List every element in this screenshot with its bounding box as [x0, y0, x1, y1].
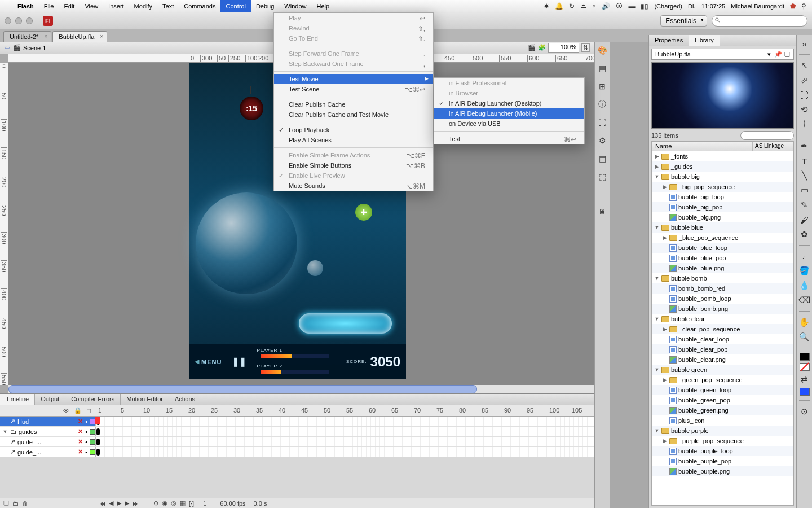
bone-tool-icon[interactable]: ⟋ [798, 250, 811, 262]
timeline-tab-timeline[interactable]: Timeline [0, 394, 35, 405]
document-tab[interactable]: BubbleUp.fla× [52, 31, 107, 42]
edit-symbol-icon[interactable]: 🧩 [538, 44, 546, 51]
library-item[interactable]: bubble_big.png [652, 212, 793, 222]
playhead[interactable] [98, 417, 98, 457]
menu-item-mute-sounds[interactable]: Mute Sounds⌥⌘M [274, 181, 433, 191]
code-snippets-icon[interactable]: ⚙ [596, 134, 608, 147]
menu-item-test-movie[interactable]: Test Movie [274, 74, 433, 84]
timeline-layer-row[interactable]: ↗ guide_...✕• [0, 437, 594, 447]
timeline-tab-actions[interactable]: Actions [169, 394, 201, 405]
step-back-icon[interactable]: ◀ [109, 500, 113, 507]
menu-app[interactable]: Flash [12, 0, 39, 12]
info-panel-icon[interactable]: ⓘ [596, 98, 608, 111]
library-item[interactable]: bubble_purple_loop [652, 446, 793, 456]
library-item[interactable]: bubble_purple.png [652, 466, 793, 476]
zoom-stepper[interactable]: ⇅ [581, 43, 590, 52]
status-notify-icon[interactable]: 🔔 [555, 2, 563, 10]
menu-edit[interactable]: Edit [59, 0, 80, 12]
status-battery-icon[interactable]: ▮▯ [641, 2, 648, 10]
library-item[interactable]: ▼bubble green [652, 365, 793, 375]
library-item[interactable]: ▼bubble blue [652, 222, 793, 233]
library-item[interactable]: ▶_purple_pop_sequence [652, 436, 793, 446]
edit-multiple-icon[interactable]: ▦ [180, 500, 186, 507]
align-panel-icon[interactable]: ⊞ [596, 80, 608, 93]
back-icon[interactable]: ⇦ [5, 44, 10, 51]
library-item[interactable]: ▶_guides [652, 161, 793, 172]
panel-tab-library[interactable]: Library [689, 35, 720, 46]
center-frame-icon[interactable]: ⊕ [153, 500, 158, 507]
status-flag-icon[interactable]: ▬ [628, 2, 635, 10]
workspace-switcher[interactable]: Essentials [660, 15, 707, 27]
panel-tab-properties[interactable]: Properties [649, 35, 689, 46]
scene-name[interactable]: Scene 1 [23, 45, 46, 51]
status-eject-icon[interactable]: ⏏ [580, 2, 586, 10]
onion-outline-icon[interactable]: ◎ [171, 500, 176, 507]
document-tab[interactable]: Untitled-2*× [3, 31, 51, 42]
library-item[interactable]: bubble_bomb_loop [652, 294, 793, 304]
snap-to-objects-icon[interactable]: ⊙ [798, 405, 811, 418]
new-library-icon[interactable]: ❏ [784, 51, 790, 58]
menu-item-clear-publish-cache-and-test-movie[interactable]: Clear Publish Cache and Test Movie [274, 110, 433, 120]
delete-layer-icon[interactable]: 🗑 [22, 500, 28, 507]
status-volume-icon[interactable]: 🔊 [602, 2, 610, 10]
library-item[interactable]: ▶_blue_pop_sequence [652, 233, 793, 243]
timeline-layer-row[interactable]: ▼🗀 guides✕• [0, 427, 594, 437]
library-document-select[interactable]: BubbleUp.fla ▾ 📌 ❏ [651, 49, 794, 60]
tools-panel-icon[interactable]: 🎨 [596, 44, 608, 56]
paint-bucket-tool-icon[interactable]: 🪣 [798, 265, 811, 277]
frame-ruler[interactable]: 1510152025303540455055606570758085909510… [96, 405, 594, 416]
menu-item-loop-playback[interactable]: Loop Playback [274, 125, 433, 135]
library-tree[interactable]: ▶_fonts▶_guides▼bubble big▶_big_pop_sequ… [651, 151, 794, 506]
edit-scene-icon[interactable]: 🎬 [528, 44, 536, 51]
pencil-tool-icon[interactable]: ✎ [798, 199, 811, 211]
library-item[interactable]: bubble_purple_pop [652, 456, 793, 466]
goto-first-icon[interactable]: ⏮ [99, 500, 105, 507]
motion-presets-icon[interactable]: ⬚ [596, 170, 608, 183]
onion-skin-icon[interactable]: ◉ [162, 500, 167, 507]
deco-tool-icon[interactable]: ✿ [798, 228, 811, 240]
library-item[interactable]: ▼bubble clear [652, 314, 793, 324]
menu-window[interactable]: Window [279, 0, 311, 12]
library-item[interactable]: bubble_clear_loop [652, 334, 793, 344]
menu-help[interactable]: Help [311, 0, 334, 12]
lasso-tool-icon[interactable]: ⌇ [798, 118, 811, 130]
stage-scrollbar-h[interactable] [8, 385, 594, 393]
subselection-tool-icon[interactable]: ⬀ [798, 74, 811, 86]
timeline-tab-compiler-errors[interactable]: Compiler Errors [65, 394, 121, 405]
library-item[interactable]: ▼bubble big [652, 172, 793, 182]
menu-item-play-all-scenes[interactable]: Play All Scenes [274, 135, 433, 145]
visibility-icon[interactable]: 👁 [63, 408, 69, 414]
brush-tool-icon[interactable]: 🖌 [798, 213, 811, 226]
collapse-panels-icon[interactable]: » [798, 37, 811, 50]
menu-debug[interactable]: Debug [251, 0, 279, 12]
library-columns-header[interactable]: Name AS Linkage [651, 141, 794, 151]
lock-icon[interactable]: 🔒 [74, 407, 82, 414]
library-item[interactable]: ▶_fonts [652, 151, 793, 161]
new-layer-icon[interactable]: ❏ [3, 500, 9, 507]
zoom-tool-icon[interactable]: 🔍 [798, 331, 811, 343]
components-panel-icon[interactable]: ▤ [596, 152, 608, 165]
timeline-layer-row[interactable]: ↗ guide_...✕• [0, 447, 594, 457]
menu-item-test[interactable]: Test⌘↩ [434, 134, 584, 144]
library-search-input[interactable] [740, 131, 794, 140]
timeline-tab-motion-editor[interactable]: Motion Editor [121, 394, 169, 405]
library-item[interactable]: bomb_bomb_red [652, 283, 793, 294]
library-item[interactable]: bubble_clear_pop [652, 344, 793, 354]
help-search-input[interactable] [712, 15, 807, 27]
library-item[interactable]: bubble_blue_loop [652, 243, 793, 253]
library-item[interactable]: bubble_bomb.png [652, 304, 793, 314]
library-item[interactable]: ▼bubble bomb [652, 273, 793, 283]
play-icon[interactable]: ▶ [117, 500, 121, 507]
library-item[interactable]: ▶_clear_pop_sequence [652, 324, 793, 334]
library-item[interactable]: ▶_green_pop_sequence [652, 375, 793, 385]
step-fwd-icon[interactable]: ▶ [125, 500, 129, 507]
zoom-input[interactable]: 100% [548, 43, 579, 53]
status-wifi-icon[interactable]: ⦿ [616, 2, 623, 10]
close-tab-icon[interactable]: × [100, 33, 104, 40]
fill-color-swatch[interactable] [800, 388, 810, 396]
menu-control[interactable]: Control [220, 0, 250, 12]
library-item[interactable]: bubble_clear.png [652, 354, 793, 365]
library-item[interactable]: plus_icon [652, 415, 793, 426]
menu-modify[interactable]: Modify [129, 0, 157, 12]
menu-commands[interactable]: Commands [179, 0, 220, 12]
